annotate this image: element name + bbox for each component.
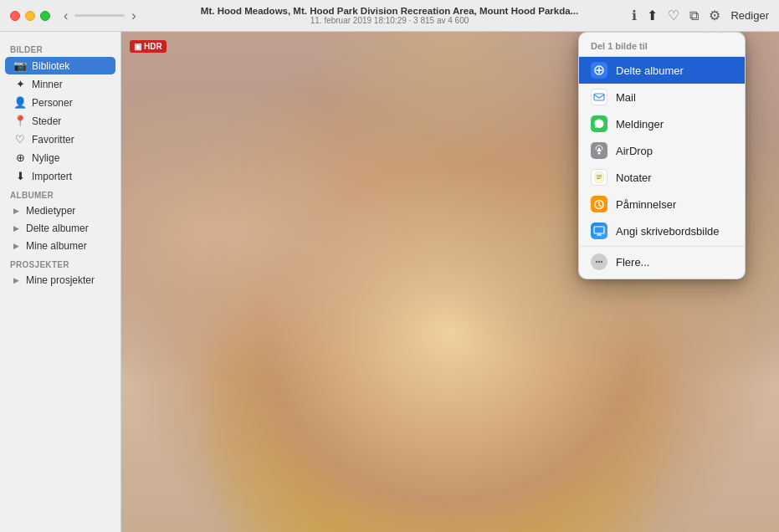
popup-label-airdrop: AirDrop: [616, 145, 653, 157]
airdrop-popup-icon: [591, 142, 607, 159]
sidebar-label-minner: Minner: [32, 79, 63, 90]
nav-slider: [74, 14, 125, 17]
share-popup: Del 1 bilde til Delte albumer: [578, 32, 746, 279]
info-icon[interactable]: ℹ: [632, 8, 637, 23]
sidebar-label-mine: Mine albumer: [26, 240, 87, 252]
expand-mine: ▶: [13, 242, 19, 250]
sidebar-item-favoritter[interactable]: ♡ Favoritter: [5, 130, 115, 148]
expand-prosjekter: ▶: [13, 276, 19, 284]
svg-point-14: [601, 261, 602, 263]
meldinger-popup-icon: [591, 115, 607, 132]
close-button[interactable]: [10, 11, 20, 21]
svg-point-2: [598, 152, 601, 155]
sidebar-label-bibliotek: Bibliotek: [32, 60, 69, 72]
sidebar: Bilder 📷 Bibliotek ✦ Minner 👤 Personer 📍…: [0, 32, 121, 532]
hdr-icon: ▣: [134, 42, 141, 51]
sidebar-item-minner[interactable]: ✦ Minner: [5, 75, 115, 93]
nav-controls: ‹ ›: [64, 8, 136, 23]
popup-divider: [579, 246, 745, 247]
popup-item-more[interactable]: Flere...: [579, 248, 745, 279]
popup-label-mail: Mail: [616, 91, 636, 104]
sidebar-label-medietyper: Medietyper: [26, 205, 75, 217]
sidebar-item-delte-albumer[interactable]: ▶ Delte albumer: [5, 220, 115, 237]
sidebar-label-importert: Importert: [32, 171, 72, 182]
traffic-lights: [10, 11, 50, 21]
titlebar-center: Mt. Hood Meadows, Mt. Hood Park Division…: [201, 6, 578, 25]
sidebar-label-delte: Delte albumer: [26, 223, 89, 234]
main-content: Bilder 📷 Bibliotek ✦ Minner 👤 Personer 📍…: [0, 32, 779, 532]
personer-icon: 👤: [13, 96, 27, 109]
back-button[interactable]: ‹: [64, 8, 68, 23]
sidebar-item-steder[interactable]: 📍 Steder: [5, 112, 115, 130]
sidebar-label-nylige: Nylige: [32, 152, 59, 164]
popup-more-label: Flere...: [616, 256, 649, 269]
popup-item-mail[interactable]: Mail: [579, 84, 745, 110]
hdr-label: HDR: [144, 42, 162, 51]
hdr-badge: ▣ HDR: [130, 40, 167, 53]
popup-header: Del 1 bilde til: [579, 33, 745, 57]
heart-icon[interactable]: ♡: [668, 8, 679, 23]
favoritter-icon: ♡: [13, 133, 27, 146]
svg-point-12: [596, 261, 597, 263]
photo-area: ▣ HDR Del 1 bilde til Delte albumer: [121, 32, 779, 532]
popup-item-paminnelser[interactable]: Påminnelser: [579, 191, 745, 217]
popup-item-skrivebordsbilde[interactable]: Angi skrivebordsbilde: [579, 217, 745, 244]
sidebar-section-bilder: Bilder: [0, 40, 120, 56]
paminnelser-popup-icon: [591, 196, 607, 212]
bibliotek-icon: 📷: [13, 59, 27, 72]
popup-item-meldinger[interactable]: Meldinger: [579, 110, 745, 137]
popup-item-airdrop[interactable]: AirDrop: [579, 137, 745, 164]
forward-button[interactable]: ›: [131, 8, 136, 23]
adjust-icon[interactable]: ⚙: [709, 8, 720, 23]
sidebar-section-prosjekter: Prosjekter: [0, 255, 120, 271]
titlebar: ‹ › Mt. Hood Meadows, Mt. Hood Park Divi…: [0, 0, 779, 32]
minner-icon: ✦: [13, 78, 27, 90]
more-icon: [591, 253, 607, 270]
minimize-button[interactable]: [25, 11, 35, 21]
sidebar-item-importert[interactable]: ⬇ Importert: [5, 167, 115, 185]
sidebar-section-albumer: Albumer: [0, 186, 120, 202]
mail-popup-icon: [591, 89, 607, 105]
photo-title: Mt. Hood Meadows, Mt. Hood Park Division…: [201, 6, 578, 16]
photo-subtitle: 11. februar 2019 18:10:29 · 3 815 av 4 6…: [201, 16, 578, 25]
sidebar-item-mine-prosjekter[interactable]: ▶ Mine prosjekter: [5, 272, 115, 289]
popup-label-meldinger: Meldinger: [616, 118, 664, 130]
sidebar-item-bibliotek[interactable]: 📷 Bibliotek: [5, 57, 115, 74]
popup-label-skrivebordsbilde: Angi skrivebordsbilde: [616, 225, 720, 238]
svg-rect-8: [594, 227, 604, 233]
duplicate-icon[interactable]: ⧉: [689, 8, 699, 23]
svg-point-13: [598, 261, 600, 263]
steder-icon: 📍: [13, 115, 27, 127]
sidebar-label-mine-prosjekter: Mine prosjekter: [26, 274, 95, 286]
popup-label-delte-albumer: Delte albumer: [616, 64, 684, 77]
nylige-icon: ⊕: [13, 151, 27, 164]
popup-item-delte-albumer[interactable]: Delte albumer: [579, 57, 745, 84]
expand-medietyper: ▶: [13, 207, 19, 215]
skrivebordsbilde-popup-icon: [591, 223, 607, 239]
svg-rect-1: [594, 94, 604, 100]
sidebar-label-steder: Steder: [32, 115, 61, 127]
titlebar-actions: ℹ ⬆ ♡ ⧉ ⚙ Rediger: [632, 8, 769, 23]
notater-popup-icon: [591, 169, 607, 186]
popup-label-notater: Notater: [616, 171, 652, 184]
delte-albumer-popup-icon: [591, 62, 607, 79]
sidebar-item-nylige[interactable]: ⊕ Nylige: [5, 149, 115, 166]
sidebar-item-personer[interactable]: 👤 Personer: [5, 94, 115, 111]
sidebar-item-medietyper[interactable]: ▶ Medietyper: [5, 202, 115, 219]
importert-icon: ⬇: [13, 170, 27, 182]
sidebar-label-favoritter: Favoritter: [32, 134, 74, 146]
edit-button[interactable]: Rediger: [730, 9, 769, 22]
popup-item-notater[interactable]: Notater: [579, 164, 745, 191]
share-icon[interactable]: ⬆: [647, 8, 658, 23]
sidebar-label-personer: Personer: [32, 97, 73, 109]
maximize-button[interactable]: [40, 11, 50, 21]
expand-delte: ▶: [13, 224, 19, 233]
sidebar-item-mine-albumer[interactable]: ▶ Mine albumer: [5, 238, 115, 254]
popup-label-paminnelser: Påminnelser: [616, 198, 676, 211]
